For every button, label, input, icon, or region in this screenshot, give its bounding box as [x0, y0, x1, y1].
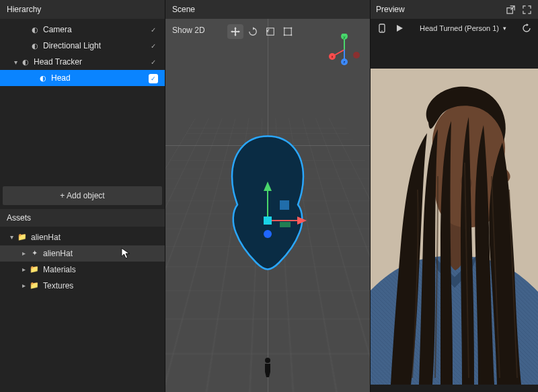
hierarchy-item-directional-light[interactable]: ◐ Directional Light: [0, 38, 165, 54]
scene-title: Scene: [172, 5, 195, 14]
chevron-down-icon[interactable]: ▾: [7, 233, 16, 241]
hierarchy-header: Hierarchy: [0, 0, 165, 19]
svg-rect-1: [284, 28, 292, 36]
transform-manipulator[interactable]: [227, 180, 308, 261]
svg-point-12: [353, 52, 360, 58]
scene-toolbar: [227, 24, 296, 39]
assets-empty-space: [0, 297, 165, 393]
show-2d-label: Show 2D: [172, 26, 205, 35]
svg-point-5: [291, 34, 292, 36]
left-column: Hierarchy ◐ Camera ◐ Directional Light ▾…: [0, 0, 165, 392]
folder-icon: 📁: [28, 265, 40, 274]
assets-body: ▾ 📁 alienHat ▸ ✦ alienHat ▸ 📁 Materials …: [0, 227, 165, 297]
assets-header: Assets: [0, 209, 165, 227]
asset-item-alienhat-folder[interactable]: ▾ 📁 alienHat: [0, 229, 165, 245]
folder-icon: 📁: [16, 233, 28, 241]
svg-rect-21: [280, 222, 291, 227]
sphere-icon: ◐: [20, 58, 31, 67]
asset-item-alienhat-mesh[interactable]: ▸ ✦ alienHat: [0, 245, 165, 262]
svg-rect-20: [280, 200, 289, 210]
scale-tool-button[interactable]: [262, 24, 278, 39]
camera-pawn-icon[interactable]: [263, 357, 272, 377]
preview-header: Preview: [371, 0, 538, 19]
asset-item-label: alienHat: [40, 249, 159, 258]
hierarchy-item-camera[interactable]: ◐ Camera: [0, 22, 165, 38]
add-object-label: + Add object: [60, 191, 104, 200]
hierarchy-item-label: Head: [48, 73, 147, 83]
device-icon[interactable]: [376, 22, 388, 34]
sphere-icon: ◐: [38, 74, 48, 83]
preview-source-label: Head Turned (Person 1): [420, 24, 499, 32]
visibility-toggle[interactable]: [147, 25, 159, 34]
chevron-right-icon[interactable]: ▸: [19, 266, 28, 273]
assets-title: Assets: [7, 213, 31, 223]
app-root: Hierarchy ◐ Camera ◐ Directional Light ▾…: [0, 0, 538, 392]
svg-text:y: y: [344, 35, 346, 39]
preview-source-dropdown[interactable]: Head Turned (Person 1) ▾: [411, 22, 515, 35]
svg-point-4: [284, 34, 285, 36]
orientation-gizmo[interactable]: y x z: [328, 34, 360, 66]
asset-item-label: Textures: [40, 281, 159, 290]
cursor-icon: [121, 247, 130, 260]
popout-icon[interactable]: [504, 3, 516, 15]
scene-header: Scene: [165, 0, 370, 19]
hierarchy-item-head-tracker[interactable]: ▾ ◐ Head Tracker: [0, 54, 165, 70]
mesh-icon: ✦: [28, 249, 40, 258]
svg-text:z: z: [344, 60, 346, 64]
scene-column: Scene Show 2D: [165, 0, 371, 392]
svg-marker-19: [297, 217, 307, 225]
asset-item-label: Materials: [40, 265, 159, 274]
rotate-tool-button[interactable]: [245, 24, 261, 39]
hierarchy-empty-space: [0, 86, 165, 182]
show-2d-button[interactable]: Show 2D: [172, 26, 205, 35]
svg-point-2: [284, 28, 285, 29]
chevron-right-icon[interactable]: ▸: [19, 282, 28, 289]
refresh-icon[interactable]: [521, 22, 533, 34]
svg-text:x: x: [332, 54, 334, 58]
sphere-icon: ◐: [30, 26, 40, 34]
preview-column: Preview Head Turned (Person 1) ▾: [371, 0, 538, 392]
chevron-down-icon: ▾: [503, 25, 506, 32]
svg-point-24: [265, 358, 270, 363]
asset-item-materials[interactable]: ▸ 📁 Materials: [0, 262, 165, 278]
folder-icon: 📁: [28, 281, 40, 290]
svg-marker-17: [264, 182, 272, 191]
add-object-button[interactable]: + Add object: [3, 186, 162, 205]
svg-rect-22: [264, 217, 272, 225]
preview-person-image: [371, 69, 538, 385]
svg-point-3: [291, 28, 292, 29]
bounding-box-tool-button[interactable]: [280, 24, 296, 39]
visibility-toggle[interactable]: [147, 57, 159, 67]
hierarchy-title: Hierarchy: [7, 5, 41, 14]
svg-point-27: [381, 30, 383, 32]
chevron-down-icon[interactable]: ▾: [11, 58, 20, 66]
visibility-toggle[interactable]: ✓: [147, 73, 159, 83]
move-tool-button[interactable]: [227, 24, 243, 39]
svg-marker-28: [397, 25, 403, 32]
svg-point-23: [264, 230, 272, 238]
sphere-icon: ◐: [30, 42, 40, 50]
hierarchy-item-label: Directional Light: [40, 41, 147, 50]
expand-icon[interactable]: [521, 3, 533, 15]
hierarchy-item-label: Head Tracker: [31, 57, 147, 67]
hierarchy-item-head[interactable]: ◐ Head ✓: [0, 70, 165, 86]
hierarchy-body: ◐ Camera ◐ Directional Light ▾ ◐ Head Tr…: [0, 19, 165, 86]
preview-canvas: [371, 69, 538, 392]
visibility-toggle[interactable]: [147, 41, 159, 50]
asset-item-textures[interactable]: ▸ 📁 Textures: [0, 278, 165, 294]
asset-item-label: alienHat: [28, 233, 159, 242]
play-icon[interactable]: [393, 22, 406, 34]
chevron-right-icon[interactable]: ▸: [19, 249, 28, 257]
preview-controls: Head Turned (Person 1) ▾: [371, 19, 538, 38]
preview-title: Preview: [376, 5, 405, 14]
hierarchy-item-label: Camera: [40, 25, 147, 34]
scene-viewport[interactable]: Show 2D y: [165, 19, 370, 392]
